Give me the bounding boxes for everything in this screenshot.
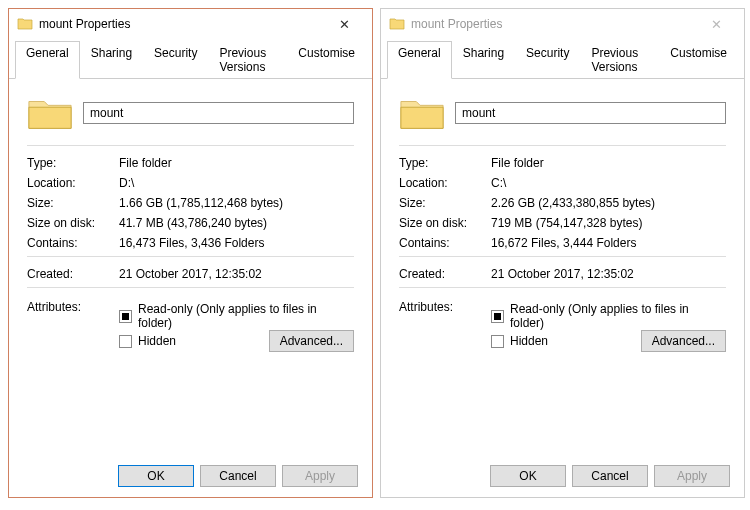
tab-sharing[interactable]: Sharing (80, 41, 143, 78)
size-value: 2.26 GB (2,433,380,855 bytes) (491, 196, 726, 210)
tab-security[interactable]: Security (515, 41, 580, 78)
separator (399, 287, 726, 288)
folder-name-input[interactable] (455, 102, 726, 124)
separator (27, 145, 354, 146)
sizeondisk-value: 41.7 MB (43,786,240 bytes) (119, 216, 354, 230)
properties-dialog-left: mount Properties ✕ General Sharing Secur… (8, 8, 373, 498)
hidden-label: Hidden (510, 334, 548, 348)
close-button[interactable]: ✕ (324, 12, 364, 36)
close-button[interactable]: ✕ (696, 12, 736, 36)
checkbox-indeterminate-icon (119, 310, 132, 323)
created-label: Created: (27, 267, 119, 281)
separator (399, 145, 726, 146)
sizeondisk-label: Size on disk: (399, 216, 491, 230)
window-title: mount Properties (39, 17, 324, 31)
folder-large-icon (399, 93, 445, 133)
tab-previous-versions[interactable]: Previous Versions (208, 41, 287, 78)
contains-label: Contains: (399, 236, 491, 250)
tab-row: General Sharing Security Previous Versio… (381, 39, 744, 79)
tab-body: Type:File folder Location:D:\ Size:1.66 … (9, 79, 372, 360)
folder-icon (17, 16, 33, 32)
tab-sharing[interactable]: Sharing (452, 41, 515, 78)
folder-name-input[interactable] (83, 102, 354, 124)
tab-security[interactable]: Security (143, 41, 208, 78)
ok-button[interactable]: OK (490, 465, 566, 487)
apply-button[interactable]: Apply (282, 465, 358, 487)
type-label: Type: (399, 156, 491, 170)
separator (27, 256, 354, 257)
checkbox-empty-icon (491, 335, 504, 348)
location-value: C:\ (491, 176, 726, 190)
size-value: 1.66 GB (1,785,112,468 bytes) (119, 196, 354, 210)
created-value: 21 October 2017, 12:35:02 (119, 267, 354, 281)
type-value: File folder (491, 156, 726, 170)
sizeondisk-label: Size on disk: (27, 216, 119, 230)
tab-general[interactable]: General (15, 41, 80, 79)
attributes-label: Attributes: (399, 298, 491, 314)
type-value: File folder (119, 156, 354, 170)
readonly-label: Read-only (Only applies to files in fold… (510, 302, 726, 330)
advanced-button[interactable]: Advanced... (269, 330, 354, 352)
apply-button[interactable]: Apply (654, 465, 730, 487)
readonly-checkbox[interactable]: Read-only (Only applies to files in fold… (491, 302, 726, 330)
separator (27, 287, 354, 288)
titlebar: mount Properties ✕ (9, 9, 372, 39)
location-label: Location: (399, 176, 491, 190)
created-value: 21 October 2017, 12:35:02 (491, 267, 726, 281)
ok-button[interactable]: OK (118, 465, 194, 487)
cancel-button[interactable]: Cancel (572, 465, 648, 487)
cancel-button[interactable]: Cancel (200, 465, 276, 487)
dialog-footer: OK Cancel Apply (118, 465, 358, 487)
contains-value: 16,672 Files, 3,444 Folders (491, 236, 726, 250)
tab-row: General Sharing Security Previous Versio… (9, 39, 372, 79)
readonly-label: Read-only (Only applies to files in fold… (138, 302, 354, 330)
tab-general[interactable]: General (387, 41, 452, 79)
titlebar: mount Properties ✕ (381, 9, 744, 39)
properties-dialog-right: mount Properties ✕ General Sharing Secur… (380, 8, 745, 498)
size-label: Size: (399, 196, 491, 210)
tab-customise[interactable]: Customise (659, 41, 738, 78)
sizeondisk-value: 719 MB (754,147,328 bytes) (491, 216, 726, 230)
separator (399, 256, 726, 257)
type-label: Type: (27, 156, 119, 170)
tab-body: Type:File folder Location:C:\ Size:2.26 … (381, 79, 744, 360)
dialog-footer: OK Cancel Apply (490, 465, 730, 487)
hidden-label: Hidden (138, 334, 176, 348)
checkbox-empty-icon (119, 335, 132, 348)
advanced-button[interactable]: Advanced... (641, 330, 726, 352)
checkbox-indeterminate-icon (491, 310, 504, 323)
window-title: mount Properties (411, 17, 696, 31)
folder-large-icon (27, 93, 73, 133)
location-label: Location: (27, 176, 119, 190)
size-label: Size: (27, 196, 119, 210)
created-label: Created: (399, 267, 491, 281)
contains-value: 16,473 Files, 3,436 Folders (119, 236, 354, 250)
location-value: D:\ (119, 176, 354, 190)
folder-icon (389, 16, 405, 32)
readonly-checkbox[interactable]: Read-only (Only applies to files in fold… (119, 302, 354, 330)
contains-label: Contains: (27, 236, 119, 250)
attributes-label: Attributes: (27, 298, 119, 314)
tab-previous-versions[interactable]: Previous Versions (580, 41, 659, 78)
tab-customise[interactable]: Customise (287, 41, 366, 78)
